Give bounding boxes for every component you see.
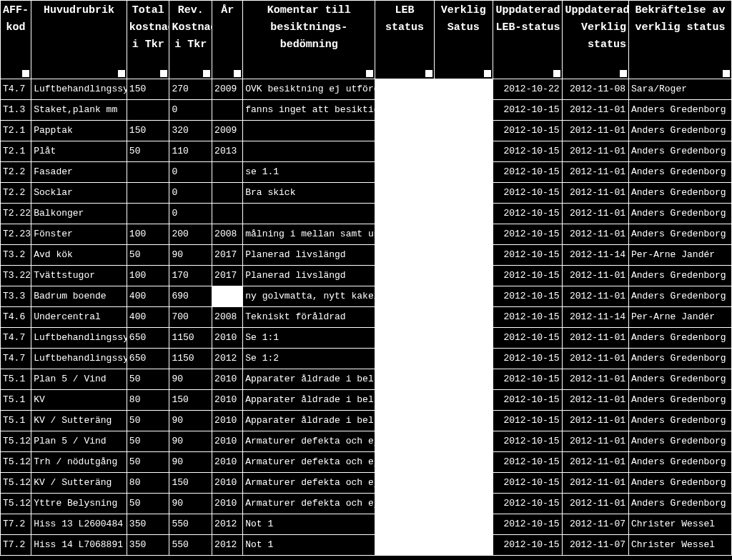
cell-leb [375, 452, 434, 473]
cell-leb [375, 245, 434, 266]
table-row: T2.23Fönster1002002008målning i mellan s… [1, 224, 732, 245]
cell-rubrik: Yttre Belysning [31, 494, 127, 514]
cell-leb [375, 286, 434, 307]
cell-uverk: 2012-11-01 [563, 286, 629, 307]
data-table: AFF-kodHuvudrubrikTotal kostnad i TkrRev… [0, 0, 732, 556]
cell-verk [434, 349, 493, 369]
table-row: T7.2Hiss 14 L70688913505502012Not 12012-… [1, 535, 732, 556]
cell-aff: T5.12 [1, 494, 31, 514]
cell-verk [434, 286, 493, 307]
cell-aff: T2.1 [1, 141, 31, 162]
col-header-8: Uppdaterad LEB-status [493, 1, 563, 79]
cell-kom [243, 141, 375, 162]
cell-leb [375, 328, 434, 349]
cell-rubrik: Fönster [31, 224, 127, 245]
cell-ar: 2013 [212, 141, 243, 162]
cell-verk [434, 452, 493, 473]
cell-kom: Tekniskt föråldrad [243, 307, 375, 328]
col-header-7: Verklig Satus [434, 1, 493, 79]
table-body: T4.7Luftbehandlingssys1502702009OVK besi… [1, 79, 732, 556]
cell-bek: Anders Gredenborg [629, 266, 732, 286]
cell-total: 400 [127, 286, 169, 307]
cell-rev: 690 [169, 286, 212, 307]
cell-ar: 2010 [212, 390, 243, 411]
table-row: T2.22Balkonger02012-10-152012-11-01Ander… [1, 204, 732, 224]
cell-aff: T5.1 [1, 411, 31, 431]
col-header-4: År [212, 1, 243, 79]
cell-uleb: 2012-10-15 [493, 266, 563, 286]
cell-bek: Anders Gredenborg [629, 141, 732, 162]
cell-rev: 320 [169, 121, 212, 141]
cell-rubrik: Luftbehandlingssys [31, 79, 127, 100]
cell-aff: T2.2 [1, 162, 31, 183]
table-row: T3.22Tvättstugor1001702017Planerad livsl… [1, 266, 732, 286]
cell-rubrik: Fasader [31, 162, 127, 183]
cell-ar: 2010 [212, 369, 243, 390]
cell-bek: Anders Gredenborg [629, 452, 732, 473]
cell-uverk: 2012-11-01 [563, 266, 629, 286]
cell-leb [375, 266, 434, 286]
cell-verk [434, 535, 493, 556]
cell-ar: 2010 [212, 431, 243, 452]
cell-verk [434, 390, 493, 411]
cell-aff: T2.22 [1, 204, 31, 224]
cell-rubrik: KV / Sutteräng [31, 411, 127, 431]
cell-leb [375, 514, 434, 535]
cell-uleb: 2012-10-15 [493, 245, 563, 266]
cell-aff: T3.2 [1, 245, 31, 266]
cell-kom: Armaturer defekta och ej [243, 473, 375, 494]
cell-rubrik: Balkonger [31, 204, 127, 224]
cell-bek: Christer Wessel [629, 535, 732, 556]
cell-uverk: 2012-11-14 [563, 245, 629, 266]
cell-rubrik: Tvättstugor [31, 266, 127, 286]
cell-leb [375, 369, 434, 390]
cell-uverk: 2012-11-01 [563, 473, 629, 494]
cell-ar [212, 204, 243, 224]
cell-rev: 550 [169, 514, 212, 535]
cell-rev: 110 [169, 141, 212, 162]
cell-verk [434, 369, 493, 390]
cell-uverk: 2012-11-01 [563, 204, 629, 224]
cell-rev: 90 [169, 369, 212, 390]
col-header-2: Total kostnad i Tkr [127, 1, 169, 79]
cell-ar: 2008 [212, 224, 243, 245]
cell-uleb: 2012-10-15 [493, 121, 563, 141]
cell-total: 80 [127, 473, 169, 494]
cell-kom: Apparater åldrade i bel. [243, 390, 375, 411]
cell-kom: Se 1:2 [243, 349, 375, 369]
cell-uverk: 2012-11-01 [563, 162, 629, 183]
table-row: T4.6Undercentral4007002008Tekniskt förål… [1, 307, 732, 328]
cell-uleb: 2012-10-15 [493, 494, 563, 514]
cell-rubrik: KV [31, 390, 127, 411]
cell-rev: 700 [169, 307, 212, 328]
cell-ar [212, 100, 243, 121]
cell-rubrik: Staket,plank mm [31, 100, 127, 121]
cell-kom: Planerad livslängd [243, 245, 375, 266]
cell-ar: 2009 [212, 79, 243, 100]
table-header: AFF-kodHuvudrubrikTotal kostnad i TkrRev… [1, 1, 732, 79]
cell-verk [434, 266, 493, 286]
cell-leb [375, 349, 434, 369]
cell-kom: Planerad livslängd [243, 266, 375, 286]
cell-total: 50 [127, 245, 169, 266]
col-header-9: Uppdaterad Verklig status [563, 1, 629, 79]
cell-uleb: 2012-10-15 [493, 328, 563, 349]
cell-bek: Christer Wessel [629, 514, 732, 535]
cell-uleb: 2012-10-15 [493, 349, 563, 369]
cell-bek: Per-Arne Jandér [629, 307, 732, 328]
cell-total: 50 [127, 431, 169, 452]
table-row: T3.3Badrum boende400690ny golvmatta, nyt… [1, 286, 732, 307]
cell-bek: Anders Gredenborg [629, 390, 732, 411]
cell-total: 100 [127, 224, 169, 245]
cell-kom: Armaturer defekta och ej [243, 431, 375, 452]
cell-ar: 2012 [212, 514, 243, 535]
cell-kom: Armaturer defekta och ej [243, 494, 375, 514]
cell-uleb: 2012-10-15 [493, 204, 563, 224]
cell-bek: Per-Arne Jandér [629, 245, 732, 266]
cell-aff: T5.12 [1, 452, 31, 473]
cell-aff: T4.7 [1, 349, 31, 369]
cell-kom [243, 204, 375, 224]
cell-rubrik: Hiss 13 L2600484 [31, 514, 127, 535]
cell-ar: 2017 [212, 245, 243, 266]
cell-uleb: 2012-10-15 [493, 141, 563, 162]
